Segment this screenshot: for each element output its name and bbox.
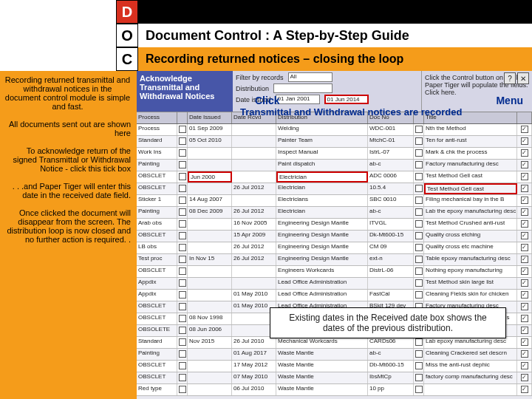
overlay-click: Click bbox=[255, 95, 279, 106]
ack-checkbox[interactable] bbox=[521, 161, 528, 168]
col-ack bbox=[517, 112, 532, 123]
sidebar-note-loop-closed: Once clicked the document will disappear… bbox=[0, 204, 137, 248]
ack-checkbox[interactable] bbox=[521, 149, 528, 157]
row-checkbox[interactable] bbox=[179, 232, 186, 239]
close-button[interactable]: ✕ bbox=[517, 72, 529, 84]
row-checkbox[interactable] bbox=[179, 220, 186, 228]
table-row[interactable]: OBSCLETJun 2000ElectricianADC 0006Test M… bbox=[137, 171, 532, 183]
ack-checkbox[interactable] bbox=[521, 232, 528, 239]
table-row[interactable]: PaintingPaint dispatchab-cFactory manufa… bbox=[137, 160, 532, 171]
overlay-ghost: Transmittal and Withdrawal notices are r… bbox=[240, 106, 462, 117]
row-checkbox[interactable] bbox=[179, 350, 186, 358]
ack-checkbox[interactable] bbox=[521, 386, 528, 393]
ack-checkbox[interactable] bbox=[521, 291, 528, 299]
sidebar: Recording returned transmittal and withd… bbox=[0, 71, 137, 399]
col-check1 bbox=[177, 112, 188, 123]
callout-received-date: Existing dates in the Received date box … bbox=[270, 307, 506, 338]
ack-checkbox[interactable] bbox=[521, 338, 528, 346]
table-row[interactable]: OBSCLETEngineers WorkcardsDistrL-06Nothi… bbox=[137, 266, 532, 278]
ack-checkbox[interactable] bbox=[521, 256, 528, 263]
filter-date-to[interactable]: 01 Jun 2014 bbox=[324, 95, 369, 104]
row-checkbox[interactable] bbox=[179, 386, 186, 393]
table-row[interactable]: Test procIn Nov 1526 Jul 2012Engineering… bbox=[137, 254, 532, 266]
ack-checkbox[interactable] bbox=[521, 267, 528, 275]
sidebar-note-date-entry: . . .and Paper Tiger will enter this dat… bbox=[0, 177, 137, 204]
table-row[interactable]: Arab obs16 Nov 2005Engineering Design Ma… bbox=[137, 219, 532, 231]
table-row[interactable]: OBSCLET17 May 2012Waste MantleDb-Mt600-1… bbox=[137, 361, 532, 372]
table-row[interactable]: Painting01 Aug 2017Waste Mantleab-cClean… bbox=[137, 349, 532, 361]
table-row[interactable]: AppdixLead Office AdministrationTest Met… bbox=[137, 278, 532, 290]
ack-checkbox[interactable] bbox=[521, 350, 528, 358]
filter-dist-input[interactable] bbox=[273, 83, 332, 93]
row-checkbox[interactable] bbox=[179, 126, 186, 133]
table-row[interactable]: Red type06 Jul 2010Waste Mantle10 pp bbox=[137, 384, 532, 396]
ack-checkbox[interactable] bbox=[521, 137, 528, 145]
row-checkbox[interactable] bbox=[179, 256, 186, 263]
row-checkbox[interactable] bbox=[179, 291, 186, 299]
row-checkbox[interactable] bbox=[179, 173, 186, 180]
page-subtitle: Recording returned notices – closing the… bbox=[138, 47, 532, 71]
row-checkbox[interactable] bbox=[179, 149, 186, 157]
table-row[interactable]: StandardNov 201526 Jul 2010Mechanical Wo… bbox=[137, 337, 532, 349]
logo-letter-d: D bbox=[116, 0, 138, 24]
row-checkbox[interactable] bbox=[179, 208, 186, 216]
ack-checkbox[interactable] bbox=[521, 303, 528, 310]
sidebar-note-acknowledge: To acknowledge return of the signed Tran… bbox=[0, 142, 137, 177]
row-checkbox[interactable] bbox=[179, 362, 186, 369]
ack-checkbox[interactable] bbox=[521, 279, 528, 287]
logo-letter-c: C bbox=[116, 47, 138, 71]
row-checkbox[interactable] bbox=[179, 279, 186, 287]
row-checkbox[interactable] bbox=[179, 267, 186, 275]
logo-letter-o: O bbox=[116, 24, 138, 47]
sidebar-note-intro: Recording returned transmittal and withd… bbox=[0, 71, 137, 115]
ack-checkbox[interactable] bbox=[521, 244, 528, 251]
ack-checkbox[interactable] bbox=[521, 327, 528, 334]
table-row[interactable]: Process01 Sep 2009WeldingWDC-001Nth the … bbox=[137, 124, 532, 136]
ack-checkbox[interactable] bbox=[521, 126, 528, 133]
table-row[interactable]: Work InsInspect ManualIstrL-07Mark & chk… bbox=[137, 148, 532, 160]
filter-records-label: Filter by records bbox=[236, 74, 284, 81]
page-title: Document Control : A Step-by-Step Guide bbox=[138, 24, 532, 47]
table-row[interactable]: Painting08 Dec 200926 Jul 2012Electricia… bbox=[137, 207, 532, 219]
panel-title: Acknowledge Transmittal and Withdrawal N… bbox=[137, 71, 233, 112]
filter-records-input[interactable]: All bbox=[288, 72, 332, 82]
help-button[interactable]: ? bbox=[504, 72, 516, 84]
row-checkbox[interactable] bbox=[179, 338, 186, 346]
table-row[interactable]: Sticker 114 Aug 2007ElectriciansSBC 0010… bbox=[137, 195, 532, 207]
ack-checkbox[interactable] bbox=[521, 197, 528, 204]
overlay-menu: Menu bbox=[496, 95, 523, 106]
ack-checkbox[interactable] bbox=[521, 173, 528, 180]
table-row[interactable]: Appdix01 May 2010Lead Office Administrat… bbox=[137, 290, 532, 301]
row-checkbox[interactable] bbox=[179, 197, 186, 204]
row-checkbox[interactable] bbox=[179, 244, 186, 251]
row-checkbox[interactable] bbox=[179, 185, 186, 192]
ack-checkbox[interactable] bbox=[521, 220, 528, 228]
col-date-issued: Date Issued bbox=[188, 112, 232, 123]
ack-checkbox[interactable] bbox=[521, 208, 528, 216]
table-row[interactable]: Standard05 Oct 2010Painter TeamMtchC-01T… bbox=[137, 136, 532, 148]
ack-checkbox[interactable] bbox=[521, 374, 528, 381]
row-checkbox[interactable] bbox=[179, 303, 186, 310]
col-process: Process bbox=[137, 112, 177, 123]
row-checkbox[interactable] bbox=[179, 315, 186, 322]
row-checkbox[interactable] bbox=[179, 327, 186, 334]
filter-dist-label: Distribution bbox=[236, 85, 269, 92]
table-row[interactable]: LB obs26 Jul 2012Engineering Design Mant… bbox=[137, 242, 532, 254]
ack-checkbox[interactable] bbox=[521, 362, 528, 369]
ack-checkbox[interactable] bbox=[521, 185, 528, 192]
sidebar-note-all-docs: All documents sent out are shown here bbox=[0, 115, 137, 142]
row-checkbox[interactable] bbox=[179, 374, 186, 381]
ack-checkbox[interactable] bbox=[521, 315, 528, 322]
row-checkbox[interactable] bbox=[179, 137, 186, 145]
table-row[interactable]: OBSCLET15 Apr 2009Engineering Design Man… bbox=[137, 231, 532, 242]
row-checkbox[interactable] bbox=[179, 161, 186, 168]
table-row[interactable]: OBSCLET26 Jul 2012Electrician10.5.4Test … bbox=[137, 183, 532, 195]
filter-date-from[interactable]: 01 Jan 2001 bbox=[276, 95, 320, 104]
app-screenshot: Acknowledge Transmittal and Withdrawal N… bbox=[137, 71, 532, 399]
table-row[interactable]: OBSCLET07 May 2010Waste MantleIbsMtCpfac… bbox=[137, 372, 532, 384]
